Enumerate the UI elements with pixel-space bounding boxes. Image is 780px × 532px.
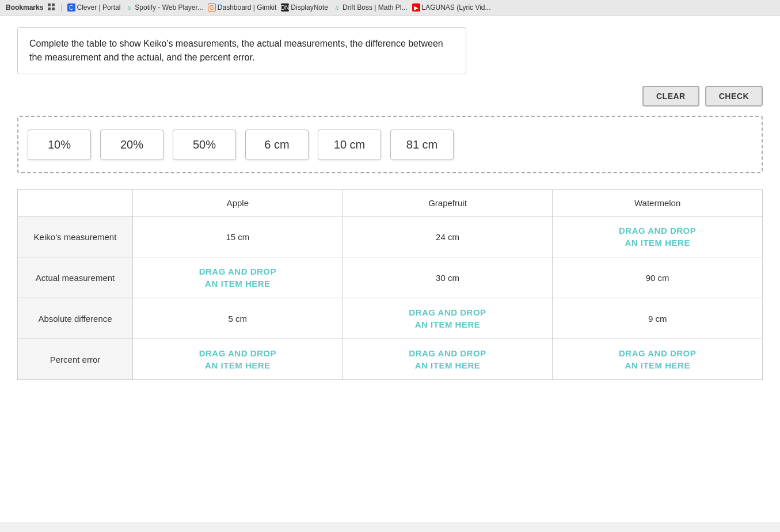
gimkit-icon: G	[208, 3, 216, 12]
displaynote-icon: DN	[281, 3, 289, 12]
check-button[interactable]: CHECK	[705, 86, 763, 107]
svg-rect-3	[52, 7, 55, 10]
cell-r2-c2: 9 cm	[553, 298, 763, 339]
tab-gimkit-label: Dashboard | Gimkit	[218, 3, 277, 12]
tab-clever[interactable]: C Clever | Portal	[67, 3, 121, 12]
drag-item-5[interactable]: 81 cm	[390, 130, 454, 160]
buttons-row: CLEAR CHECK	[17, 86, 763, 107]
tab-spotify[interactable]: ♫ Spotify - Web Player...	[125, 3, 203, 12]
cell-r0-c1: 24 cm	[343, 216, 553, 257]
tab-spotify-label: Spotify - Web Player...	[135, 3, 203, 12]
col-apple: Apple	[133, 190, 343, 216]
tab-gimkit[interactable]: G Dashboard | Gimkit	[208, 3, 277, 12]
svg-rect-2	[48, 7, 51, 10]
main-content: Complete the table to show Keiko's measu…	[0, 16, 780, 522]
clever-icon: C	[67, 3, 75, 12]
row-label-2: Absolute difference	[18, 298, 133, 339]
drag-item-3[interactable]: 6 cm	[245, 130, 309, 160]
col-grapefruit: Grapefruit	[343, 190, 553, 216]
bookmarks-icons	[48, 3, 56, 12]
row-label-3: Percent error	[18, 339, 133, 380]
cell-r3-c2[interactable]: DRAG AND DROPAN ITEM HERE	[553, 339, 763, 380]
table-container: Apple Grapefruit Watermelon Keiko's meas…	[17, 189, 763, 380]
svg-rect-0	[48, 3, 51, 6]
empty-header	[18, 190, 133, 216]
cell-r0-c2[interactable]: DRAG AND DROPAN ITEM HERE	[553, 216, 763, 257]
cell-r2-c1[interactable]: DRAG AND DROPAN ITEM HERE	[343, 298, 553, 339]
table-row-1: Actual measurementDRAG AND DROPAN ITEM H…	[18, 257, 763, 298]
table-row-0: Keiko's measurement15 cm24 cmDRAG AND DR…	[18, 216, 763, 257]
measurement-table: Apple Grapefruit Watermelon Keiko's meas…	[17, 189, 763, 380]
draggable-area: 10%20%50%6 cm10 cm81 cm	[17, 116, 763, 173]
drag-item-4[interactable]: 10 cm	[318, 130, 381, 160]
youtube-icon: ▶	[412, 3, 420, 12]
cell-r3-c1[interactable]: DRAG AND DROPAN ITEM HERE	[343, 339, 553, 380]
separator: |	[60, 3, 62, 12]
instructions-box: Complete the table to show Keiko's measu…	[17, 27, 466, 74]
tab-drift[interactable]: ♫ Drift Boss | Math Pl...	[333, 3, 407, 12]
cell-r3-c0[interactable]: DRAG AND DROPAN ITEM HERE	[133, 339, 343, 380]
table-row-2: Absolute difference5 cmDRAG AND DROPAN I…	[18, 298, 763, 339]
drift-icon: ♫	[333, 3, 341, 12]
bookmarks-label: Bookmarks	[6, 3, 43, 12]
svg-rect-1	[52, 3, 55, 6]
browser-bar: Bookmarks | C Clever | Portal ♫ Spotify …	[0, 0, 780, 16]
tab-youtube[interactable]: ▶ LAGUNAS (Lyric Vid...	[412, 3, 491, 12]
cell-r1-c1: 30 cm	[343, 257, 553, 298]
instructions-text: Complete the table to show Keiko's measu…	[29, 39, 443, 62]
tab-youtube-label: LAGUNAS (Lyric Vid...	[422, 3, 491, 12]
col-watermelon: Watermelon	[553, 190, 763, 216]
drag-item-2[interactable]: 50%	[173, 130, 236, 160]
cell-r0-c0: 15 cm	[133, 216, 343, 257]
tab-drift-label: Drift Boss | Math Pl...	[343, 3, 407, 12]
clear-button[interactable]: CLEAR	[642, 86, 699, 107]
table-row-3: Percent errorDRAG AND DROPAN ITEM HEREDR…	[18, 339, 763, 380]
spotify-icon: ♫	[125, 3, 133, 12]
tab-displaynote[interactable]: DN DisplayNote	[281, 3, 328, 12]
cell-r1-c0[interactable]: DRAG AND DROPAN ITEM HERE	[133, 257, 343, 298]
cell-r1-c2: 90 cm	[553, 257, 763, 298]
cell-r2-c0: 5 cm	[133, 298, 343, 339]
drag-item-1[interactable]: 20%	[100, 130, 163, 160]
row-label-0: Keiko's measurement	[18, 216, 133, 257]
tab-clever-label: Clever | Portal	[77, 3, 121, 12]
tab-displaynote-label: DisplayNote	[291, 3, 328, 12]
drag-item-0[interactable]: 10%	[28, 130, 91, 160]
row-label-1: Actual measurement	[18, 257, 133, 298]
